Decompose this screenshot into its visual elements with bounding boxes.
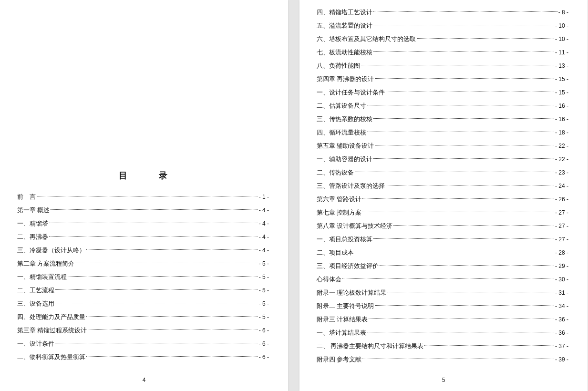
toc-entry-label: 一、精馏塔 bbox=[17, 220, 48, 226]
toc-entry-label: 六、塔板布置及其它结构尺寸的选取 bbox=[317, 36, 416, 42]
toc-dots bbox=[373, 155, 554, 161]
toc-entry-page: - 27 - bbox=[555, 210, 568, 216]
toc-entry: 二、工艺流程- 5 - bbox=[17, 286, 269, 293]
page-left: 目 录 前 言- 1 -第一章 概述- 4 -一、精馏塔- 4 -二、再沸器- … bbox=[0, 0, 288, 391]
toc-dots bbox=[373, 115, 554, 121]
toc-dots bbox=[380, 262, 554, 268]
toc-entry-label: 一、设计任务与设计条件 bbox=[317, 89, 385, 95]
toc-entry: 附录二 主要符号说明- 34 - bbox=[317, 302, 568, 309]
toc-entry: 前 言- 1 - bbox=[17, 193, 269, 200]
toc-entry-label: 八、负荷性能图 bbox=[317, 62, 360, 69]
toc-entry: 二、项目成本- 28 - bbox=[317, 248, 568, 256]
toc-entry: 附录三 计算结果表- 36 - bbox=[317, 315, 568, 322]
toc-entry: 第八章 设计概算与技术经济- 27 - bbox=[317, 222, 568, 229]
toc-entry-label: 一、精馏装置流程 bbox=[17, 274, 67, 280]
toc-entry-page: - 6 - bbox=[259, 328, 269, 333]
toc-entry-page: - 10 - bbox=[555, 36, 568, 42]
toc-entry-page: - 36 - bbox=[555, 317, 568, 322]
toc-entry-label: 一、塔计算结果表 bbox=[317, 329, 366, 336]
toc-entry-page: - 34 - bbox=[555, 303, 568, 309]
toc-entry-page: - 5 - bbox=[259, 314, 269, 320]
toc-entry-page: - 5 - bbox=[259, 301, 269, 307]
toc-entry-label: 附录四 参考文献 bbox=[317, 356, 361, 362]
toc-entry-label: 第二章 方案流程简介 bbox=[17, 260, 74, 267]
toc-entry-page: - 5 - bbox=[259, 288, 269, 293]
toc-entry-label: 七、板流动性能校核 bbox=[317, 49, 372, 55]
page-number-right: 5 bbox=[299, 377, 588, 383]
toc-entry-page: - 10 - bbox=[555, 23, 568, 29]
page-number-left: 4 bbox=[0, 377, 288, 383]
toc-entry-page: - 27 - bbox=[555, 223, 568, 229]
toc-entry: 三、冷凝器（设计从略）- 4 - bbox=[17, 246, 269, 253]
toc-entry: 一、设计任务与设计条件- 15 - bbox=[317, 88, 568, 95]
toc-dots bbox=[375, 142, 554, 148]
toc-entry-page: - 16 - bbox=[555, 103, 568, 109]
toc-entry: 四、处理能力及产品质量- 5 - bbox=[17, 313, 269, 320]
toc-entry-label: 一、项目总投资核算 bbox=[317, 236, 372, 242]
toc-entry: 第七章 控制方案- 27 - bbox=[317, 208, 568, 216]
toc-dots bbox=[49, 233, 258, 239]
toc-dots bbox=[367, 329, 554, 335]
toc-entry: 附录四 参考文献- 39 - bbox=[317, 355, 568, 362]
toc-entry-page: - 5 - bbox=[259, 261, 269, 267]
toc-dots bbox=[417, 35, 554, 41]
toc-dots bbox=[88, 326, 258, 332]
toc-entry: 一、塔计算结果表- 36 - bbox=[317, 329, 568, 336]
toc-dots bbox=[362, 195, 554, 201]
toc-entry-page: - 26 - bbox=[555, 196, 568, 202]
toc-entry: 二、再沸器- 4 - bbox=[17, 233, 269, 240]
toc-entry-label: 前 言 bbox=[17, 194, 36, 200]
toc-entry-label: 二、再沸器 bbox=[17, 234, 48, 240]
toc-entry-page: - 15 - bbox=[555, 76, 568, 82]
toc-entry-label: 心得体会 bbox=[317, 276, 341, 282]
toc-entry-page: - 11 - bbox=[555, 50, 568, 55]
toc-entry: 二、物料衡算及热量衡算- 6 - bbox=[17, 353, 269, 360]
toc-entry: 附录一 理论板数计算结果- 31 - bbox=[317, 288, 568, 296]
toc-entry-page: - 23 - bbox=[555, 170, 568, 175]
toc-dots bbox=[55, 286, 258, 292]
toc-entry: 八、负荷性能图- 13 - bbox=[317, 62, 568, 69]
toc-entry-label: 四、处理能力及产品质量 bbox=[17, 314, 85, 320]
toc-dots bbox=[55, 299, 258, 306]
toc-entry: 二、估算设备尺寸- 16 - bbox=[317, 102, 568, 109]
toc-dots bbox=[386, 88, 554, 94]
toc-entry: 一、设计条件- 6 - bbox=[17, 340, 269, 347]
toc-dots bbox=[86, 246, 258, 252]
toc-dots bbox=[355, 168, 554, 175]
toc-entry-label: 二、项目成本 bbox=[317, 249, 354, 256]
toc-dots bbox=[342, 275, 554, 281]
toc-entry-page: - 13 - bbox=[555, 63, 568, 69]
toc-entry-page: - 4 - bbox=[259, 234, 269, 240]
toc-entry: 第二章 方案流程简介- 5 - bbox=[17, 259, 269, 267]
toc-dots bbox=[386, 182, 554, 188]
toc-entry-label: 第五章 辅助设备设计 bbox=[317, 143, 374, 149]
toc-entry: 三、传热系数的校核- 16 - bbox=[317, 115, 568, 122]
toc-entry: 一、精馏装置流程- 5 - bbox=[17, 273, 269, 280]
toc-dots bbox=[55, 340, 258, 346]
toc-dots bbox=[375, 302, 554, 308]
toc-entry-page: - 5 - bbox=[259, 274, 269, 280]
toc-entry: 第一章 概述- 4 - bbox=[17, 206, 269, 213]
toc-entry-page: - 6 - bbox=[259, 354, 269, 360]
toc-entry-label: 三、设备选用 bbox=[17, 300, 54, 307]
toc-title: 目 录 bbox=[17, 170, 269, 181]
toc-entry-label: 第三章 精馏过程系统设计 bbox=[17, 327, 87, 333]
toc-entry: 三、项目经济效益评价- 29 - bbox=[317, 262, 568, 269]
toc-dots bbox=[373, 21, 554, 28]
toc-entry-page: - 4 - bbox=[259, 247, 269, 253]
toc-dots bbox=[393, 222, 554, 228]
toc-dots bbox=[373, 8, 557, 14]
toc-dots bbox=[68, 273, 258, 279]
toc-entry-page: - 24 - bbox=[555, 183, 568, 189]
toc-entry-page: - 28 - bbox=[555, 250, 568, 256]
toc-entry: 第三章 精馏过程系统设计- 6 - bbox=[17, 326, 269, 333]
toc-entry-label: 三、项目经济效益评价 bbox=[317, 263, 379, 269]
toc-entry: 一、精馏塔- 4 - bbox=[17, 219, 269, 226]
toc-entry: 一、辅助容器的设计- 22 - bbox=[317, 155, 568, 162]
toc-entry-page: - 31 - bbox=[555, 290, 568, 296]
toc-entry-label: 二、工艺流程 bbox=[17, 287, 54, 293]
toc-entry-page: - 8 - bbox=[558, 10, 568, 15]
toc-entry: 四、循环流量校核- 18 - bbox=[317, 128, 568, 135]
toc-entry-label: 第八章 设计概算与技术经济 bbox=[317, 223, 392, 229]
toc-entry-page: - 4 - bbox=[259, 221, 269, 226]
